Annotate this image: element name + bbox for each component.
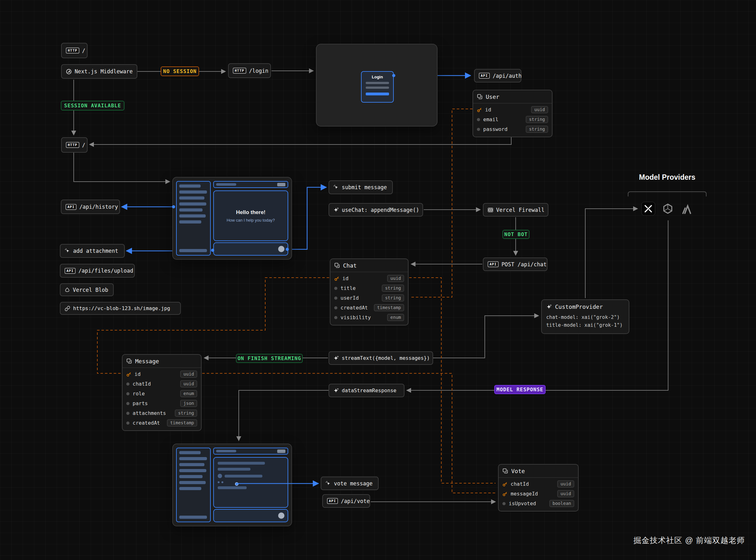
node-http-login: HTTP /login bbox=[228, 63, 271, 78]
key-icon bbox=[334, 276, 339, 281]
greeting-title: Hello there! bbox=[236, 209, 266, 216]
node-custom-provider: CustomProvider chat-model: xai("grok-2")… bbox=[541, 299, 629, 334]
type-badge: uuid bbox=[557, 490, 574, 498]
node-label: /login bbox=[249, 68, 268, 74]
nextjs-icon bbox=[66, 68, 72, 75]
chat-ui-mockup-1: Hello there! How can I help you today? bbox=[172, 177, 292, 260]
login-button-skeleton bbox=[366, 93, 389, 95]
badge-model-response: MODEL RESPONSE bbox=[494, 385, 546, 394]
openai-icon bbox=[661, 202, 674, 215]
field-row: createdAt timestamp bbox=[330, 303, 408, 313]
login-title: Login bbox=[372, 75, 383, 79]
link-icon bbox=[64, 306, 70, 311]
entity-user-header: User bbox=[473, 91, 552, 104]
greeting-subtitle: How can I help you today? bbox=[227, 218, 275, 223]
node-label: POST /api/chat bbox=[502, 261, 546, 267]
entity-chat: Chat id uuid title string userId string … bbox=[330, 258, 409, 325]
http-chip: HTTP bbox=[66, 142, 79, 148]
node-label: streamText({model, messages}) bbox=[342, 355, 430, 361]
chat-greeting-area: Hello there! How can I help you today? bbox=[213, 191, 288, 241]
arrow-root-to-chat-ui bbox=[74, 153, 170, 182]
type-badge: string bbox=[175, 409, 197, 417]
field-row: isUpvoted boolean bbox=[499, 499, 578, 508]
field-row: title string bbox=[330, 283, 408, 293]
node-label: submit message bbox=[342, 184, 387, 191]
key-icon bbox=[502, 492, 507, 496]
type-badge: timestamp bbox=[374, 304, 404, 312]
chat-messages-area bbox=[213, 457, 288, 508]
chat-topbar bbox=[213, 181, 288, 188]
chat-ui-mockup-2 bbox=[172, 443, 292, 526]
arrow-datastream-to-chat-ui2 bbox=[239, 390, 329, 441]
table-icon bbox=[502, 468, 508, 474]
node-vercel-blob: Vercel Blob bbox=[60, 283, 114, 296]
table-icon bbox=[126, 358, 132, 364]
field-dot-icon bbox=[126, 421, 130, 425]
type-badge: json bbox=[180, 400, 197, 407]
provider-chat-model: chat-model: xai("grok-2") bbox=[546, 314, 624, 321]
badge-no-session: NO SESSION bbox=[161, 66, 199, 76]
field-dot-icon bbox=[334, 316, 337, 319]
node-label: https://vc-blob-123.sh/image.jpg bbox=[73, 305, 170, 311]
node-label: /api/vote bbox=[341, 498, 370, 504]
node-api-vote: API /api/vote bbox=[322, 494, 370, 508]
node-label: / bbox=[82, 47, 85, 54]
field-row: id uuid bbox=[473, 105, 552, 115]
field-dot-icon bbox=[126, 402, 130, 405]
field-dot-icon bbox=[334, 287, 337, 290]
field-row: role enum bbox=[122, 389, 201, 399]
http-chip: HTTP bbox=[66, 47, 79, 54]
badge-session-available: SESSION AVAILABLE bbox=[61, 101, 124, 111]
table-icon bbox=[477, 94, 483, 99]
chat-topbar bbox=[213, 447, 288, 455]
api-chip: API bbox=[65, 204, 77, 210]
field-row: createdAt timestamp bbox=[122, 418, 201, 428]
topbar-button-skeleton bbox=[277, 183, 285, 186]
node-label: Next.js Middleware bbox=[75, 68, 133, 75]
key-icon bbox=[126, 372, 131, 377]
vote-anchor-dot bbox=[235, 482, 238, 486]
provider-title: CustomProvider bbox=[555, 303, 603, 310]
type-badge: uuid bbox=[180, 380, 197, 388]
blob-icon bbox=[64, 287, 70, 293]
type-badge: timestamp bbox=[167, 419, 197, 427]
login-screen-mockup: Login bbox=[316, 44, 438, 126]
http-chip: HTTP bbox=[233, 68, 246, 74]
chat-sidebar bbox=[176, 181, 211, 256]
entity-message-header: Message bbox=[122, 355, 201, 368]
field-row: userId string bbox=[330, 293, 408, 303]
node-label: dataStreamResponse bbox=[342, 387, 396, 394]
node-label: / bbox=[82, 142, 85, 148]
type-badge: string bbox=[382, 284, 404, 292]
field-row: chatId uuid bbox=[499, 479, 578, 489]
field-row: visibility enum bbox=[330, 313, 408, 322]
sparkle-icon bbox=[333, 355, 339, 361]
field-row: id uuid bbox=[330, 274, 408, 283]
node-vote-message: vote message bbox=[321, 477, 379, 490]
node-datastream-response: dataStreamResponse bbox=[329, 384, 405, 397]
type-badge: string bbox=[382, 294, 404, 302]
type-badge: string bbox=[526, 116, 548, 123]
type-badge: uuid bbox=[387, 275, 404, 282]
field-dot-icon bbox=[334, 306, 337, 309]
chat-input-skeleton bbox=[213, 242, 288, 256]
type-badge: enum bbox=[387, 314, 404, 321]
firewall-icon bbox=[488, 207, 493, 213]
type-badge: uuid bbox=[557, 480, 574, 488]
node-usechat: useChat: appendMessage() bbox=[329, 203, 423, 217]
node-nextjs-middleware: Next.js Middleware bbox=[61, 64, 137, 79]
api-chip: API bbox=[327, 498, 338, 504]
chat-sidebar bbox=[176, 447, 211, 522]
provider-title-model: title-model: xai("grok-1") bbox=[546, 321, 624, 329]
node-add-attachment: add attachment bbox=[60, 244, 125, 258]
field-row: email string bbox=[473, 115, 552, 124]
node-label: add attachment bbox=[73, 248, 118, 254]
cursor-icon bbox=[64, 248, 70, 254]
api-chip: API bbox=[479, 73, 490, 79]
badge-on-finish-streaming: ON FINISH STREAMING bbox=[236, 354, 303, 363]
table-icon bbox=[334, 262, 340, 268]
field-row: attachments string bbox=[122, 408, 201, 418]
node-submit-message: submit message bbox=[329, 180, 393, 194]
field-dot-icon bbox=[126, 382, 130, 386]
field-dot-icon bbox=[126, 392, 130, 395]
